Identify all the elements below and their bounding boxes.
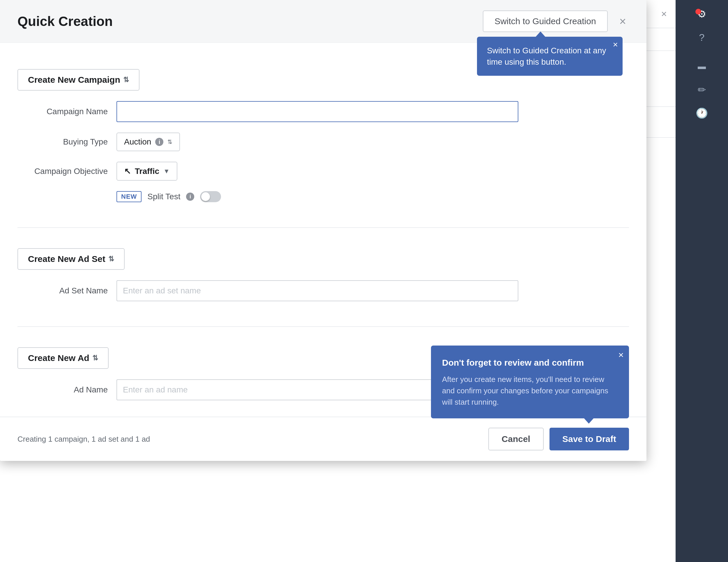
ad-arrow-icon: ⇅ bbox=[92, 354, 98, 362]
campaign-arrow-icon: ⇅ bbox=[123, 76, 129, 84]
notification-dot bbox=[695, 9, 701, 15]
campaign-objective-select[interactable]: ↖ Traffic ▼ bbox=[116, 162, 177, 181]
quick-creation-modal: Quick Creation Switch to Guided Creation… bbox=[0, 0, 646, 461]
campaign-section: Create New Campaign ⇅ Campaign Name Buyi… bbox=[17, 57, 629, 218]
campaign-name-label: Campaign Name bbox=[17, 107, 116, 116]
modal-title: Quick Creation bbox=[17, 13, 113, 29]
create-new-ad-button[interactable]: Create New Ad ⇅ bbox=[17, 347, 109, 369]
new-badge: NEW bbox=[116, 191, 142, 202]
campaign-button-label: Create New Campaign bbox=[28, 75, 120, 85]
ad-name-label: Ad Name bbox=[17, 385, 116, 395]
gear-icon[interactable]: ⚙ bbox=[694, 6, 710, 22]
tooltip-bottom-close-button[interactable]: × bbox=[618, 350, 624, 361]
modal-header: Quick Creation Switch to Guided Creation… bbox=[0, 0, 646, 43]
campaign-name-input[interactable] bbox=[116, 101, 518, 122]
dark-sidebar: ⚙ ? ▬ ✏ 🕐 bbox=[676, 0, 728, 562]
buying-type-row: Buying Type Auction i ⇅ bbox=[17, 132, 629, 151]
split-test-toggle[interactable] bbox=[200, 191, 221, 202]
footer-actions: Cancel Save to Draft × Don't forget to r… bbox=[488, 428, 629, 450]
buying-type-label: Buying Type bbox=[17, 137, 116, 146]
split-test-label: Split Test bbox=[147, 192, 180, 201]
switch-guided-creation-button[interactable]: Switch to Guided Creation bbox=[483, 10, 608, 32]
save-to-draft-button[interactable]: Save to Draft bbox=[549, 428, 629, 450]
campaign-objective-label: Campaign Objective bbox=[17, 167, 116, 176]
guided-creation-tooltip: × Switch to Guided Creation at any time … bbox=[477, 37, 623, 76]
ad-button-label: Create New Ad bbox=[28, 353, 89, 363]
cancel-button[interactable]: Cancel bbox=[488, 428, 544, 450]
create-new-campaign-button[interactable]: Create New Campaign ⇅ bbox=[17, 69, 139, 91]
help-icon[interactable]: ? bbox=[694, 29, 710, 45]
section-divider-2 bbox=[17, 326, 629, 327]
tooltip-top-close-button[interactable]: × bbox=[613, 40, 618, 49]
cursor-icon: ↖ bbox=[124, 166, 131, 176]
pencil-icon[interactable]: ✏ bbox=[694, 82, 710, 98]
objective-chevron-icon: ▼ bbox=[163, 167, 170, 175]
ad-set-section: Create New Ad Set ⇅ Ad Set Name bbox=[17, 236, 629, 318]
create-new-ad-set-button[interactable]: Create New Ad Set ⇅ bbox=[17, 248, 125, 270]
modal-header-actions: Switch to Guided Creation × × Switch to … bbox=[483, 10, 629, 32]
split-test-row: NEW Split Test i bbox=[116, 191, 629, 202]
tooltip-title: Don't forget to review and confirm bbox=[442, 356, 618, 369]
bars-icon[interactable]: ▬ bbox=[694, 58, 710, 75]
section-divider-1 bbox=[17, 227, 629, 228]
ad-set-button-label: Create New Ad Set bbox=[28, 254, 105, 264]
buying-type-select[interactable]: Auction i ⇅ bbox=[116, 132, 180, 151]
campaign-objective-row: Campaign Objective ↖ Traffic ▼ bbox=[17, 162, 629, 181]
objective-value: Traffic bbox=[135, 167, 159, 176]
ad-set-arrow-icon: ⇅ bbox=[108, 255, 114, 263]
split-test-info-icon[interactable]: i bbox=[186, 192, 194, 201]
ad-set-name-label: Ad Set Name bbox=[17, 286, 116, 296]
buying-type-arrow-icon: ⇅ bbox=[167, 138, 172, 145]
footer-note: Creating 1 campaign, 1 ad set and 1 ad bbox=[17, 435, 150, 444]
toggle-knob bbox=[201, 192, 210, 201]
tooltip-body: After you create new items, you'll need … bbox=[442, 374, 618, 408]
clock-icon[interactable]: 🕐 bbox=[694, 105, 710, 121]
right-panel-close[interactable]: × bbox=[661, 8, 667, 20]
buying-type-value: Auction bbox=[124, 137, 151, 146]
campaign-name-row: Campaign Name bbox=[17, 101, 629, 122]
modal-footer: Creating 1 campaign, 1 ad set and 1 ad C… bbox=[0, 417, 646, 461]
review-confirm-tooltip: × Don't forget to review and confirm Aft… bbox=[431, 346, 629, 418]
modal-close-button[interactable]: × bbox=[616, 12, 629, 31]
ad-set-name-input[interactable] bbox=[116, 280, 518, 301]
buying-type-info-icon[interactable]: i bbox=[155, 138, 163, 146]
tooltip-top-text: Switch to Guided Creation at any time us… bbox=[487, 46, 606, 66]
ad-set-name-row: Ad Set Name bbox=[17, 280, 629, 301]
